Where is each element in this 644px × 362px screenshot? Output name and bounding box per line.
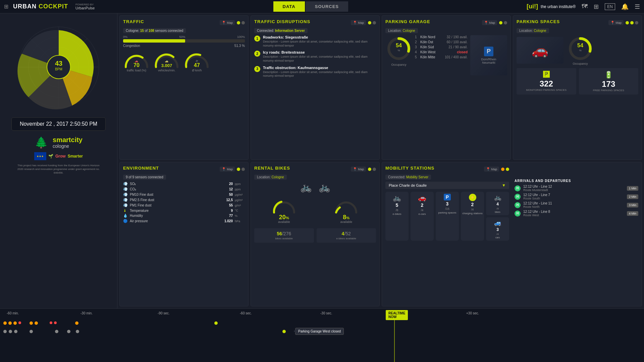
station-selector[interactable]: Place Charle de Gaulle ▼ — [385, 182, 509, 189]
sensor-badge: Cologne: 15 of 108 sensors connected — [123, 28, 186, 33]
disruption-num-3: 3 — [254, 66, 260, 72]
pin-icon-6: 📍 — [353, 167, 357, 171]
sdot-2 — [630, 21, 634, 24]
mobility-map-btn[interactable]: 📍 Map — [484, 167, 499, 172]
mobility-icons-grid: 🚲 5 /8 e-bikes 🚗 2 /4 e-cars — [385, 192, 509, 241]
arrival-time-3: 3 Min — [627, 203, 638, 207]
mob-ecars: 🚗 2 /4 e-cars — [411, 192, 434, 241]
parking-garage-title: PARKING GARAGE — [385, 19, 430, 24]
pin-icon-2: 📍 — [353, 21, 357, 24]
grow-text: Grow — [55, 154, 66, 159]
powered-by-text: POWERED BY — [75, 3, 94, 6]
language-selector[interactable]: EN — [605, 3, 615, 10]
traffic-load-svg: 🚗 70 — [123, 50, 150, 69]
disruption-item-1: 1 Roadworks: Siegesstraße Description - … — [254, 35, 376, 48]
arrival-route-2: Route South — [523, 197, 624, 200]
tdot — [13, 321, 17, 325]
smartcity-text: smartcity — [53, 136, 83, 143]
tdot — [50, 321, 52, 324]
parking-map-btn[interactable]: 📍 Map — [482, 20, 497, 25]
h-badge-4: H — [515, 210, 521, 217]
ebikes-count-display: 4/52 — [319, 231, 374, 236]
monitored-spaces-box: 🅿 322 MONITORED PARKING SPACES — [517, 68, 576, 95]
nav-tab-data[interactable]: DATA — [273, 1, 305, 12]
traffic-status-dots — [237, 21, 245, 24]
urban-institute-text: the urban institute® — [541, 4, 576, 9]
parking-p-icon: 🅿 — [519, 71, 574, 78]
traffic-disruptions-card: TRAFFIC DISRUPTIONS 📍 Map Connected: Inf… — [251, 15, 380, 160]
env-dots — [237, 168, 245, 171]
bikes-pct-1: 20% — [279, 214, 289, 220]
tdot — [18, 321, 21, 324]
bell-icon[interactable]: 🔔 — [621, 3, 629, 10]
map-icon[interactable]: 🗺 — [582, 3, 588, 10]
humidity-icon: 💧 — [123, 214, 128, 218]
parking-content: 54 % Occupancy 1 Köln Nord 32 / 190 avai… — [385, 35, 507, 75]
env-pm10: 💨 PM10 Fine dust 50 μg/m³ — [123, 192, 245, 197]
bike-icon-1: 🚲 — [300, 182, 312, 193]
arrival-info-4: 12:12 Uhr - Line 8 Route West — [523, 210, 624, 217]
disruptions-map-btn[interactable]: 📍 Map — [351, 20, 366, 25]
progress-track — [123, 39, 245, 43]
smarter-text: Smarter — [68, 154, 83, 159]
tdot — [75, 321, 78, 325]
chevron-down-icon: ▼ — [502, 183, 506, 188]
tdot — [3, 321, 7, 325]
pressure-icon: 🔵 — [123, 219, 128, 223]
now-line — [394, 318, 395, 362]
progress-fill — [123, 39, 185, 43]
arrival-time-1: 1 Min — [627, 186, 638, 191]
congestion-value: 51.3 % — [234, 44, 245, 48]
disruption-desc-3: Description - Lorem ipsum dolor sit amet… — [263, 70, 376, 78]
disruption-desc-2: Description - Lorem ipsum dolor sit amet… — [263, 55, 376, 63]
mob-cars2: 🚙 3 /4 cars — [486, 217, 509, 241]
bikes-header: RENTAL BIKES 📍 Map — [254, 166, 376, 173]
pin-icon: 📍 — [222, 21, 226, 24]
disruptions-list: 1 Roadworks: Siegesstraße Description - … — [254, 35, 376, 78]
grid-apps-icon[interactable]: ⊞ — [594, 3, 599, 10]
temp-icon: 🌡 — [123, 208, 128, 213]
mobility-dots — [501, 168, 509, 171]
marker-60min: -60 min. — [7, 311, 19, 315]
ebikes-count-label: e-bikes available — [319, 237, 374, 240]
bike-icons-row: 🚲 🚲 — [254, 182, 376, 193]
urbanpulse-brand: UrbanPulse — [75, 6, 95, 10]
speed-gauge: ⏱ 47 Ø km/h — [183, 50, 210, 72]
bikes-map-btn[interactable]: 📍 Map — [351, 167, 366, 172]
arrival-info-3: 12:12 Uhr - Line 11 Route North — [523, 201, 624, 208]
radar-chart: 43 BPM — [12, 20, 106, 114]
disruptions-header: TRAFFIC DISRUPTIONS 📍 Map — [254, 19, 376, 26]
free-num: 173 — [582, 79, 636, 89]
env-so2: 💨 SO₂ 20 ppm — [123, 182, 245, 186]
env-map-btn[interactable]: 📍 Map — [220, 167, 235, 172]
parking-item-5: 5 Köln Mitte 101 / 400 avail. — [415, 55, 468, 59]
monitored-num: 322 — [519, 79, 574, 88]
spaces-map-btn[interactable]: 📍 Map — [608, 20, 624, 25]
tdot2 — [67, 330, 70, 333]
disruption-item-3: 3 Traffic obstruction: Kaufmannsgasse De… — [254, 66, 376, 78]
bikes2-icon: 🚲 — [494, 194, 501, 201]
environment-card: ENVIRONMENT 📍 Map 9 of 9 sensors connect… — [119, 162, 249, 306]
left-panel: 43 BPM November 22 , 2017 2:50:50 PM 🌲 s… — [0, 13, 117, 308]
vehicles-gauge: 🚕 3.007 vehicles/min. — [153, 50, 180, 72]
cars2-frac: /4 — [496, 233, 499, 236]
cars2-icon: 🚙 — [494, 219, 501, 227]
free-spaces-box: 🔋 173 FREE PARKING SPACES — [579, 68, 639, 95]
ebikes-count-box: 4/52 e-bikes available — [317, 228, 376, 243]
arrival-info-1: 12:12 Uhr - Line 12 Route Musterstadt — [523, 185, 624, 192]
mob-ebikes: 🚲 5 /8 e-bikes — [385, 192, 409, 241]
tdot2 — [14, 330, 17, 333]
progress-labels: 0% 50% 100% — [123, 35, 245, 39]
logo-area: ⊞ URBANCOCKPIT POWERED BY UrbanPulse — [4, 3, 95, 10]
parking-location-badge: Location: Cologne — [385, 28, 418, 33]
charging-label: charging stations — [462, 212, 482, 215]
traffic-map-btn[interactable]: 📍 Map — [220, 20, 235, 25]
parking-alert-area: Parking Garage West closed — [295, 329, 299, 333]
traffic-title: TRAFFIC — [123, 19, 144, 24]
nav-tab-sources[interactable]: SOURCES — [306, 1, 348, 12]
arrivals-section: ARRIVALS AND DEPARTURES H 12:12 Uhr - Li… — [515, 179, 638, 217]
bikes-gauge-1: 20% available — [254, 195, 314, 226]
bikes-gauge-svg-2 — [334, 197, 358, 214]
mdot-2 — [506, 168, 509, 171]
menu-icon[interactable]: ☰ — [635, 3, 640, 10]
